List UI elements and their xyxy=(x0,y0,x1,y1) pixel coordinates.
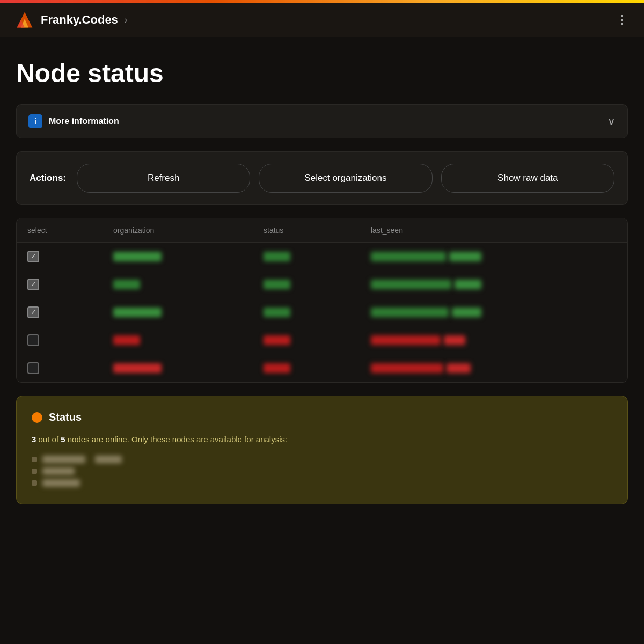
table-row: ✓ xyxy=(17,298,627,326)
cell-status xyxy=(264,308,371,317)
last-seen-extra-redacted xyxy=(455,280,481,289)
table-row: ✓ xyxy=(17,243,627,270)
cell-status xyxy=(264,363,371,373)
cell-status xyxy=(264,252,371,261)
nav-more-button[interactable]: ⋮ xyxy=(616,14,629,26)
row-checkbox[interactable] xyxy=(27,334,39,346)
node-dot-icon xyxy=(32,480,37,486)
last-seen-value-redacted xyxy=(371,280,451,289)
navbar: Franky.Codes › ⋮ xyxy=(0,3,644,37)
status-panel-title: Status xyxy=(49,411,82,423)
cell-status xyxy=(264,280,371,289)
info-chevron-down-icon: ∨ xyxy=(608,115,616,128)
status-text-out-of: out of xyxy=(39,435,61,444)
app-title: Franky.Codes xyxy=(41,13,118,27)
info-icon: i xyxy=(28,114,42,128)
cell-last-seen xyxy=(371,252,617,261)
cell-last-seen xyxy=(371,308,617,317)
status-value-redacted xyxy=(264,335,290,345)
status-panel: Status 3 out of 5 nodes are online. Only… xyxy=(16,396,628,504)
cell-select: ✓ xyxy=(27,279,113,290)
last-seen-extra-redacted xyxy=(452,308,481,317)
node-dot-icon xyxy=(32,457,37,462)
page-content: Node status i More information ∨ Actions… xyxy=(0,37,644,521)
info-card-left: i More information xyxy=(28,114,119,128)
table-row: ✓ xyxy=(17,270,627,298)
show-raw-data-button[interactable]: Show raw data xyxy=(441,164,614,193)
cell-select xyxy=(27,334,113,346)
total-count: 5 xyxy=(61,435,65,444)
table-row xyxy=(17,354,627,382)
cell-organization xyxy=(113,335,264,345)
last-seen-extra-redacted xyxy=(444,335,465,345)
status-text-suffix: nodes are online. Only these nodes are a… xyxy=(68,435,287,444)
online-count: 3 xyxy=(32,435,36,444)
cell-last-seen xyxy=(371,363,617,373)
status-header: Status xyxy=(32,411,612,423)
actions-label: Actions: xyxy=(30,173,66,184)
page-title: Node status xyxy=(16,58,628,88)
last-seen-value-redacted xyxy=(371,308,449,317)
nav-left: Franky.Codes › xyxy=(15,10,128,30)
last-seen-value-redacted xyxy=(371,363,443,373)
last-seen-value-redacted xyxy=(371,335,441,345)
table-header: select organization status last_seen xyxy=(17,218,627,243)
last-seen-extra-redacted xyxy=(447,363,471,373)
status-value-redacted xyxy=(264,280,290,289)
table-row xyxy=(17,326,627,354)
org-name-redacted xyxy=(113,308,162,317)
status-value-redacted xyxy=(264,363,290,373)
col-last-seen: last_seen xyxy=(371,226,617,235)
node-table: select organization status last_seen ✓ xyxy=(16,218,628,383)
cell-select: ✓ xyxy=(27,306,113,318)
node-dot-icon xyxy=(32,469,37,474)
check-icon: ✓ xyxy=(31,308,36,316)
status-indicator-dot xyxy=(32,412,42,423)
cell-select: ✓ xyxy=(27,251,113,262)
row-checkbox[interactable]: ✓ xyxy=(27,279,39,290)
last-seen-value-redacted xyxy=(371,252,446,261)
nav-expand-icon[interactable]: › xyxy=(125,14,128,26)
status-value-redacted xyxy=(264,252,290,261)
row-checkbox[interactable]: ✓ xyxy=(27,251,39,262)
org-name-redacted xyxy=(113,335,140,345)
info-card-label: More information xyxy=(49,116,119,126)
app-logo xyxy=(15,10,34,30)
node-name-redacted xyxy=(42,467,75,475)
check-icon: ✓ xyxy=(31,252,36,260)
list-item xyxy=(32,467,612,475)
node-name-redacted xyxy=(42,479,80,487)
node-name-extra-redacted xyxy=(95,456,122,463)
cell-last-seen xyxy=(371,335,617,345)
list-item xyxy=(32,479,612,487)
cell-last-seen xyxy=(371,280,617,289)
org-name-redacted xyxy=(113,280,140,289)
cell-status xyxy=(264,335,371,345)
check-icon: ✓ xyxy=(31,280,36,288)
row-checkbox[interactable] xyxy=(27,362,39,374)
select-organizations-button[interactable]: Select organizations xyxy=(259,164,432,193)
cell-organization xyxy=(113,280,264,289)
col-organization: organization xyxy=(113,226,264,235)
last-seen-extra-redacted xyxy=(449,252,481,261)
status-description: 3 out of 5 nodes are online. Only these … xyxy=(32,433,612,446)
list-item xyxy=(32,456,612,463)
cell-organization xyxy=(113,252,264,261)
status-value-redacted xyxy=(264,308,290,317)
info-card[interactable]: i More information ∨ xyxy=(16,104,628,138)
col-status: status xyxy=(264,226,371,235)
online-node-list xyxy=(32,456,612,487)
node-name-redacted xyxy=(42,456,85,463)
org-name-redacted xyxy=(113,252,162,261)
row-checkbox[interactable]: ✓ xyxy=(27,306,39,318)
cell-organization xyxy=(113,363,264,373)
org-name-redacted xyxy=(113,363,162,373)
actions-bar: Actions: Refresh Select organizations Sh… xyxy=(16,151,628,205)
refresh-button[interactable]: Refresh xyxy=(77,164,250,193)
cell-organization xyxy=(113,308,264,317)
col-select: select xyxy=(27,226,113,235)
cell-select xyxy=(27,362,113,374)
